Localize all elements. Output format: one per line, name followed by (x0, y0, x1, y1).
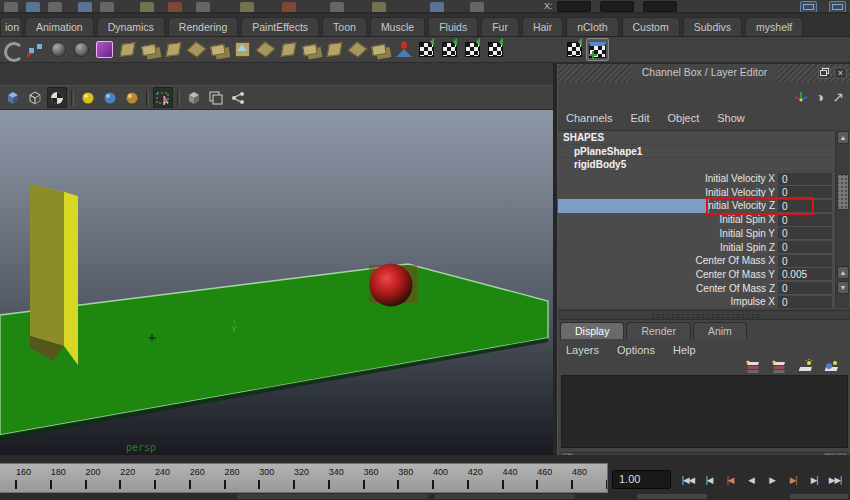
channel-value-field[interactable]: 0 (778, 296, 832, 308)
scroll-up-icon-2[interactable]: ▲ (837, 266, 849, 279)
shelf-icon-rigidbody-3[interactable] (462, 39, 483, 60)
shelf-icon-poly-3[interactable] (163, 39, 184, 60)
channel-value-field[interactable]: 0 (778, 282, 832, 295)
wireframe-cube-icon[interactable] (25, 87, 45, 108)
shelf-icon-emitter[interactable] (393, 39, 414, 60)
status-icon[interactable] (470, 2, 484, 12)
yellow-sphere-icon[interactable] (78, 87, 98, 108)
isolate-select-icon[interactable] (153, 87, 173, 108)
coord-y-field[interactable] (600, 1, 634, 12)
coord-x-field[interactable] (557, 1, 591, 12)
channel-value-field[interactable]: 0.005 (778, 268, 832, 281)
channel-label[interactable]: Center Of Mass Y (558, 268, 775, 282)
shelf-tab-muscle[interactable]: Muscle (370, 17, 425, 36)
shelf-icon-polycube-purple[interactable] (94, 39, 115, 60)
shelf-tab-fluids[interactable]: Fluids (428, 17, 478, 36)
menu-layers[interactable]: Layers (566, 344, 599, 356)
shelf-icon-cube-tan[interactable] (232, 39, 253, 60)
gold-sphere-icon[interactable] (122, 87, 142, 108)
status-icon[interactable] (240, 2, 254, 12)
tab-anim[interactable]: Anim (693, 322, 747, 339)
panel-splitter[interactable] (558, 310, 850, 320)
shelf-tab-rendering[interactable]: Rendering (168, 17, 238, 36)
node-header-shapes[interactable]: SHAPES (558, 131, 850, 145)
hyperbolic-arrow-icon[interactable]: ↗ (832, 90, 844, 104)
channel-value-field[interactable]: 0 (778, 227, 832, 240)
shelf-icon-poly-10[interactable] (347, 39, 368, 60)
channel-label[interactable]: Initial Velocity X (558, 172, 775, 186)
shelf-tab-ncloth[interactable]: nCloth (566, 17, 618, 36)
scroll-down-icon[interactable]: ▼ (837, 281, 849, 294)
panel-layout-button-2[interactable] (829, 1, 846, 13)
channel-label[interactable]: Impulse X (558, 295, 775, 308)
gray-cube-icon[interactable] (184, 87, 204, 108)
shelf-icon-poly-6[interactable] (255, 39, 276, 60)
step-back-frame-button[interactable]: |◀ (699, 470, 719, 489)
status-icon[interactable] (168, 2, 182, 12)
shelf-tab-myshelf[interactable]: myshelf (745, 17, 803, 36)
channel-row[interactable]: Initial Spin Y 0 (558, 227, 850, 241)
status-icon[interactable] (100, 2, 114, 12)
node-rigidbody5[interactable]: rigidBody5 (558, 158, 850, 172)
channel-label[interactable]: Initial Spin Z (558, 241, 775, 255)
play-forward-button[interactable]: ▶ (762, 470, 782, 489)
connections-icon[interactable] (228, 87, 248, 108)
shelf-icon-sphere-2[interactable] (71, 39, 92, 60)
wall-front-face[interactable] (30, 184, 64, 346)
shelf-tab-fur[interactable]: Fur (481, 17, 519, 36)
shelf-icon-poly-5[interactable] (209, 39, 230, 60)
shelf-icon-rigidbody-1[interactable] (416, 39, 437, 60)
channel-row[interactable]: Initial Spin X 0 (558, 213, 850, 227)
channel-row[interactable]: Center Of Mass Z 0 (558, 282, 850, 296)
status-icon[interactable] (4, 2, 18, 12)
blue-sphere-icon[interactable] (100, 87, 120, 108)
timeline-ruler[interactable]: 1601802002202402602803003203403603804004… (0, 463, 608, 493)
channel-label[interactable]: Initial Spin X (558, 213, 775, 227)
overlap-panes-icon[interactable] (206, 87, 226, 108)
channel-row[interactable]: Center Of Mass X 0 (558, 254, 850, 268)
channel-value-field[interactable]: 0 (778, 241, 832, 254)
shaded-cube-icon[interactable] (3, 87, 23, 108)
play-backward-button[interactable]: ◀ (741, 470, 761, 489)
shelf-icon-poly-2[interactable] (140, 39, 161, 60)
anim-pref-block[interactable] (790, 494, 848, 499)
status-icon[interactable] (140, 2, 154, 12)
speed-state-icon[interactable]: ◑ (816, 90, 824, 104)
panel-layout-button[interactable] (800, 1, 817, 13)
menu-options[interactable]: Options (617, 344, 655, 356)
go-to-end-button[interactable]: ▶▶| (825, 470, 845, 489)
go-to-start-button[interactable]: |◀◀ (678, 470, 698, 489)
red-sphere[interactable] (370, 264, 413, 307)
shelf-icon-curve-points[interactable] (25, 39, 46, 60)
step-forward-key-button[interactable]: ▶| (783, 470, 803, 489)
manipulator-axis-icon[interactable] (794, 88, 808, 106)
channel-value-field[interactable]: 0 (778, 214, 832, 227)
shelf-icon-rigidbody-4[interactable] (485, 39, 506, 60)
shelf-tab-painteffects[interactable]: PaintEffects (241, 17, 319, 36)
channel-list-scrollbar[interactable]: ▲ ▲ ▼ (835, 130, 849, 308)
step-forward-frame-button[interactable]: ▶| (804, 470, 824, 489)
shelf-icon-poly-11[interactable] (370, 39, 391, 60)
range-end-field[interactable] (637, 494, 707, 499)
channel-value-field[interactable]: 0 (778, 173, 832, 186)
status-icon[interactable] (372, 2, 386, 12)
wall-side-face[interactable] (64, 192, 78, 365)
shelf-icon-poly-4[interactable] (186, 39, 207, 60)
node-pplaneshape1[interactable]: pPlaneShape1 (558, 145, 850, 159)
shelf-tab-custom[interactable]: Custom (622, 17, 680, 36)
status-icon[interactable] (430, 2, 444, 12)
shelf-tab-toon[interactable]: Toon (322, 17, 367, 36)
shelf-tab-ion[interactable]: ion (0, 17, 22, 36)
menu-edit[interactable]: Edit (630, 112, 649, 124)
scroll-up-icon[interactable]: ▲ (837, 131, 849, 144)
status-icon[interactable] (282, 2, 296, 12)
menu-show[interactable]: Show (717, 112, 745, 124)
shelf-icon-poly-8[interactable] (301, 39, 322, 60)
step-back-key-button[interactable]: |◀ (720, 470, 740, 489)
shelf-tab-animation[interactable]: Animation (25, 17, 94, 36)
shelf-icon-poly-7[interactable] (278, 39, 299, 60)
shelf-icon-rigidbody-2[interactable] (439, 39, 460, 60)
channel-label[interactable]: Initial Spin Y (558, 227, 775, 241)
ground-plane[interactable] (0, 264, 548, 435)
status-icon[interactable] (26, 2, 40, 12)
